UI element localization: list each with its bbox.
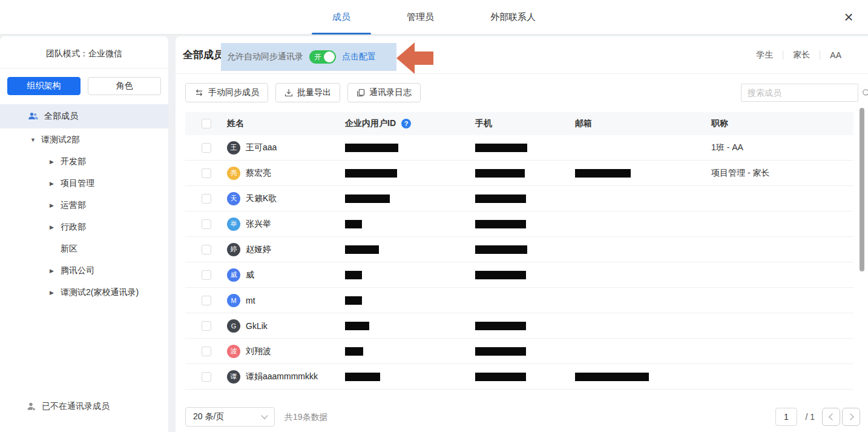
filter-students[interactable]: 学生: [756, 50, 773, 61]
sidebar-item-tan-test-2-school[interactable]: ▶谭测试2(家校通讯录): [0, 282, 168, 304]
col-header-label: 企业内用户ID: [345, 118, 396, 129]
role-button[interactable]: 角色: [88, 77, 161, 95]
sidebar-item-label: 已不在通讯录成员: [42, 401, 110, 412]
redacted-phone: [475, 347, 526, 356]
row-checkbox[interactable]: [202, 321, 211, 331]
chevron-right-icon: [847, 413, 853, 420]
member-name: 赵娅婷: [246, 244, 271, 255]
redacted-userid: [345, 322, 369, 330]
member-row: 谭谭娟aaammmmkkk: [185, 364, 853, 390]
sidebar-item-project-mgmt[interactable]: ▶项目管理: [0, 173, 168, 194]
auto-sync-highlight: 允许自动同步通讯录 开 点击配置: [221, 43, 396, 71]
member-row: 亮蔡宏亮项目管理 - 家长: [185, 161, 853, 186]
phone-cell: [470, 220, 570, 228]
row-checkbox[interactable]: [202, 143, 211, 153]
sidebar-item-not-in-contacts[interactable]: 已不在通讯录成员: [0, 397, 110, 416]
filter-divider: [783, 51, 783, 59]
member-row: 王王可aaa1班 - AA: [185, 135, 853, 161]
vertical-scrollbar[interactable]: [860, 108, 864, 271]
member-name: 威: [246, 270, 254, 281]
expand-icon[interactable]: ▶: [50, 224, 61, 230]
sidebar-item-admin-dept[interactable]: ▶行政部: [0, 216, 168, 238]
userid-cell: [340, 220, 470, 228]
row-checkbox[interactable]: [202, 270, 211, 280]
page-total-label: / 1: [805, 408, 815, 426]
page-number-input[interactable]: [775, 408, 797, 426]
avatar: 天: [227, 192, 240, 205]
name-cell: 王王可aaa: [222, 141, 340, 155]
help-icon[interactable]: ?: [401, 119, 411, 128]
userid-cell: [340, 322, 470, 330]
contacts-log-button[interactable]: 通讯录日志: [347, 83, 421, 102]
row-checkbox[interactable]: [202, 219, 211, 229]
manual-sync-button[interactable]: 手动同步成员: [185, 83, 268, 102]
dept-tree: ▼谭测试2部▶开发部▶项目管理▶运营部▶行政部新区▶腾讯公司▶谭测试2(家校通讯…: [0, 129, 168, 304]
collapse-icon[interactable]: ▼: [30, 137, 41, 143]
avatar: 王: [227, 141, 240, 155]
dept-name: 谭测试2(家校通讯录): [61, 287, 139, 298]
redacted-phone: [475, 169, 525, 178]
sidebar-item-label: 全部成员: [44, 111, 78, 122]
expand-icon[interactable]: ▶: [50, 202, 61, 208]
dept-name: 行政部: [61, 222, 86, 233]
sidebar-item-dev-dept[interactable]: ▶开发部: [0, 151, 168, 173]
sidebar-item-tan-test-2-dept[interactable]: ▼谭测试2部: [0, 129, 168, 151]
row-checkbox-cell: [185, 347, 222, 356]
expand-icon[interactable]: ▶: [50, 159, 61, 165]
email-cell: [570, 169, 706, 178]
userid-cell: [340, 144, 470, 152]
header-checkbox-cell: [185, 119, 222, 128]
select-all-checkbox[interactable]: [202, 119, 211, 128]
main-header: 全部成员 允许自动同步通讯录 开 点击配置 学生家长AA: [176, 36, 868, 74]
col-header-label: 姓名: [227, 118, 244, 129]
avatar: 举: [227, 218, 240, 231]
search-icon[interactable]: [862, 88, 868, 98]
page-size-select[interactable]: 20 条/页: [185, 407, 275, 427]
search-input[interactable]: [741, 88, 862, 98]
auto-sync-toggle[interactable]: 开: [309, 50, 336, 64]
sync-icon: [194, 88, 204, 97]
avatar: 波: [227, 345, 240, 358]
redacted-phone: [475, 271, 526, 279]
expand-icon[interactable]: ▶: [50, 268, 61, 274]
tab-external-contacts[interactable]: 外部联系人: [488, 0, 538, 35]
expand-icon[interactable]: ▶: [50, 181, 61, 187]
dept-name: 开发部: [61, 156, 86, 167]
row-checkbox[interactable]: [202, 168, 211, 178]
sidebar-item-new-district[interactable]: 新区: [0, 238, 168, 260]
close-icon[interactable]: ×: [838, 5, 860, 29]
title-cell: 1班 - AA: [706, 142, 853, 153]
row-checkbox[interactable]: [202, 194, 211, 204]
redacted-userid: [345, 347, 363, 356]
col-header-title: 职称: [706, 118, 853, 129]
sidebar-item-tencent-company[interactable]: ▶腾讯公司: [0, 260, 168, 282]
row-checkbox[interactable]: [202, 347, 211, 356]
member-name: 天籁K歌: [246, 193, 277, 204]
sidebar-item-all-members[interactable]: 全部成员: [0, 104, 168, 128]
sidebar-item-operations-dept[interactable]: ▶运营部: [0, 194, 168, 216]
avatar: 婷: [227, 243, 240, 256]
row-checkbox[interactable]: [202, 296, 211, 305]
row-checkbox-cell: [185, 296, 222, 305]
config-link[interactable]: 点击配置: [342, 52, 376, 62]
row-checkbox[interactable]: [202, 372, 211, 382]
prev-page-button[interactable]: [822, 408, 840, 426]
filter-aa[interactable]: AA: [830, 50, 841, 60]
chevron-left-icon: [829, 413, 835, 420]
member-row: Mmt: [185, 288, 853, 313]
avatar: 谭: [227, 370, 240, 384]
member-name: 张兴举: [246, 219, 271, 230]
tab-admins[interactable]: 管理员: [404, 0, 436, 35]
page-title: 全部成员: [183, 36, 224, 74]
redacted-userid: [345, 271, 362, 279]
people-icon: [28, 112, 39, 121]
row-checkbox[interactable]: [202, 245, 211, 254]
expand-icon[interactable]: ▶: [50, 290, 61, 296]
filter-parents[interactable]: 家长: [793, 50, 810, 61]
next-page-button[interactable]: [842, 408, 860, 426]
phone-cell: [470, 245, 570, 254]
batch-export-button[interactable]: 批量导出: [275, 83, 340, 102]
name-cell: 谭谭娟aaammmmkkk: [222, 370, 340, 384]
tab-members[interactable]: 成员: [330, 0, 353, 35]
org-structure-button[interactable]: 组织架构: [7, 77, 81, 95]
